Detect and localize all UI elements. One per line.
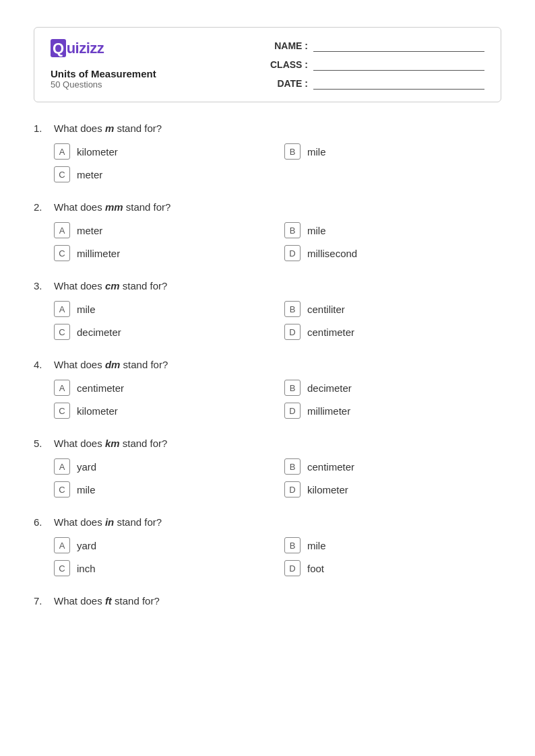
question-row-1: 1.What does m stand for? — [34, 123, 501, 134]
question-block-4: 4.What does dm stand for?AcentimeterBdec… — [34, 359, 501, 419]
question-row-6: 6.What does in stand for? — [34, 516, 501, 528]
option-text-b-q3: centiliter — [307, 304, 345, 315]
question-num-7: 7. — [34, 595, 47, 607]
option-d-q4: Dmillimeter — [284, 403, 501, 419]
option-text-d-q4: millimeter — [307, 405, 350, 417]
logo-text: uizizz — [67, 40, 104, 57]
options-grid-1: AkilometerBmileCmeter — [34, 143, 501, 182]
header-right: NAME : CLASS : DATE : — [268, 40, 484, 90]
option-text-b-q5: centimeter — [307, 461, 354, 473]
option-letter-c-q6: C — [54, 560, 70, 576]
question-text-1: What does m stand for? — [54, 123, 162, 134]
question-num-2: 2. — [34, 201, 47, 213]
option-letter-c-q4: C — [54, 403, 70, 419]
date-line — [313, 77, 484, 90]
name-line — [313, 40, 484, 52]
option-text-b-q1: mile — [307, 146, 326, 158]
logo: Quizizz — [51, 40, 268, 57]
option-letter-b-q6: B — [284, 537, 301, 553]
option-text-c-q3: decimeter — [77, 327, 121, 338]
question-text-6: What does in stand for? — [54, 516, 162, 528]
quiz-subtitle: 50 Questions — [51, 79, 268, 90]
option-text-c-q5: mile — [77, 484, 96, 495]
question-num-5: 5. — [34, 438, 47, 449]
option-c-q3: Cdecimeter — [54, 324, 271, 340]
option-text-a-q2: meter — [77, 225, 102, 236]
option-text-a-q4: centimeter — [77, 382, 124, 394]
option-letter-a-q2: A — [54, 222, 70, 238]
option-letter-a-q6: A — [54, 537, 70, 553]
class-field-row: CLASS : — [268, 59, 484, 71]
option--q1 — [284, 166, 501, 182]
option-c-q5: Cmile — [54, 481, 271, 497]
question-num-6: 6. — [34, 516, 47, 528]
question-text-4: What does dm stand for? — [54, 359, 168, 370]
question-row-2: 2.What does mm stand for? — [34, 201, 501, 213]
options-grid-4: AcentimeterBdecimeterCkilometerDmillimet… — [34, 380, 501, 419]
option-text-d-q2: millisecond — [307, 248, 357, 259]
question-text-7: What does ft stand for? — [54, 595, 160, 607]
option-letter-d-q5: D — [284, 481, 301, 497]
name-label: NAME : — [268, 40, 308, 51]
option-letter-d-q4: D — [284, 403, 301, 419]
option-c-q1: Cmeter — [54, 166, 271, 182]
question-row-3: 3.What does cm stand for? — [34, 280, 501, 291]
options-grid-2: AmeterBmileCmillimeterDmillisecond — [34, 222, 501, 261]
question-block-7: 7.What does ft stand for? — [34, 595, 501, 607]
option-a-q5: Ayard — [54, 458, 271, 475]
option-d-q6: Dfoot — [284, 560, 501, 576]
questions-container: 1.What does m stand for?AkilometerBmileC… — [34, 123, 501, 607]
option-letter-b-q1: B — [284, 143, 301, 160]
class-line — [313, 59, 484, 71]
options-grid-3: AmileBcentiliterCdecimeterDcentimeter — [34, 301, 501, 340]
page: Quizizz Units of Measurement 50 Question… — [0, 0, 535, 652]
option-letter-c-q1: C — [54, 166, 70, 182]
option-text-c-q1: meter — [77, 169, 102, 180]
option-letter-d-q6: D — [284, 560, 301, 576]
header-box: Quizizz Units of Measurement 50 Question… — [34, 27, 501, 102]
header-left: Quizizz Units of Measurement 50 Question… — [51, 40, 268, 90]
quiz-title: Units of Measurement — [51, 68, 268, 79]
option-text-a-q1: kilometer — [77, 146, 118, 158]
option-letter-c-q3: C — [54, 324, 70, 340]
option-text-b-q4: decimeter — [307, 382, 352, 394]
option-letter-d-q3: D — [284, 324, 301, 340]
option-text-a-q3: mile — [77, 304, 96, 315]
option-d-q5: Dkilometer — [284, 481, 501, 497]
option-b-q2: Bmile — [284, 222, 501, 238]
question-text-3: What does cm stand for? — [54, 280, 167, 291]
option-letter-a-q1: A — [54, 143, 70, 160]
option-letter-d-q2: D — [284, 245, 301, 261]
option-c-q4: Ckilometer — [54, 403, 271, 419]
option-c-q2: Cmillimeter — [54, 245, 271, 261]
option-b-q3: Bcentiliter — [284, 301, 501, 317]
option-c-q6: Cinch — [54, 560, 271, 576]
question-block-6: 6.What does in stand for?AyardBmileCinch… — [34, 516, 501, 576]
question-block-5: 5.What does km stand for?AyardBcentimete… — [34, 438, 501, 497]
options-grid-5: AyardBcentimeterCmileDkilometer — [34, 458, 501, 497]
option-text-b-q6: mile — [307, 540, 326, 551]
option-text-c-q6: inch — [77, 563, 96, 574]
name-field-row: NAME : — [268, 40, 484, 52]
question-row-5: 5.What does km stand for? — [34, 438, 501, 449]
question-row-4: 4.What does dm stand for? — [34, 359, 501, 370]
option-text-c-q2: millimeter — [77, 248, 120, 259]
option-b-q4: Bdecimeter — [284, 380, 501, 396]
option-b-q1: Bmile — [284, 143, 501, 160]
question-row-7: 7.What does ft stand for? — [34, 595, 501, 607]
option-letter-b-q5: B — [284, 458, 301, 475]
option-letter-c-q5: C — [54, 481, 70, 497]
question-block-2: 2.What does mm stand for?AmeterBmileCmil… — [34, 201, 501, 261]
option-a-q1: Akilometer — [54, 143, 271, 160]
logo-q: Q — [51, 39, 66, 57]
option-text-a-q5: yard — [77, 461, 96, 473]
question-num-3: 3. — [34, 280, 47, 291]
question-text-5: What does km stand for? — [54, 438, 167, 449]
date-label: DATE : — [268, 78, 308, 89]
options-grid-6: AyardBmileCinchDfoot — [34, 537, 501, 576]
option-text-b-q2: mile — [307, 225, 326, 236]
option-b-q6: Bmile — [284, 537, 501, 553]
option-text-d-q3: centimeter — [307, 327, 354, 338]
class-label: CLASS : — [268, 59, 308, 70]
option-letter-b-q2: B — [284, 222, 301, 238]
